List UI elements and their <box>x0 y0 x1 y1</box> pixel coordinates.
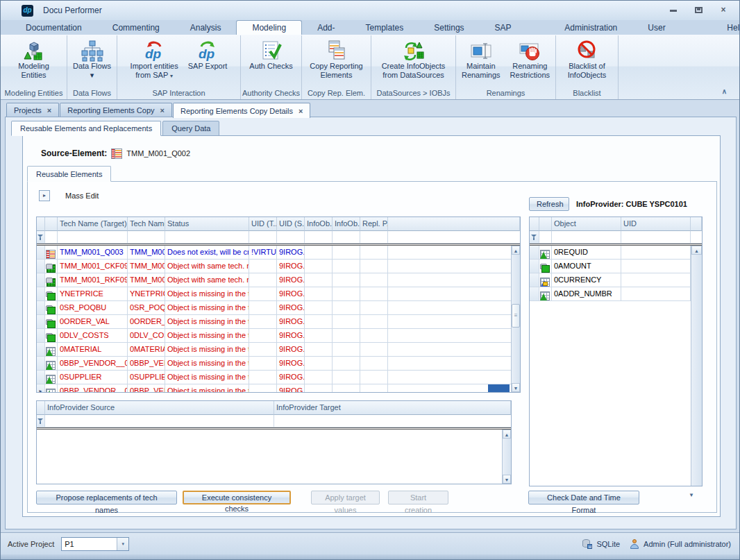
table-row[interactable]: 0SR_POQBU0SR_POQBUObject is missing in t… <box>37 301 520 315</box>
cell-uid-source[interactable]: 9IROG... <box>277 273 305 287</box>
cell-tech-name[interactable]: 0MATERIAL <box>128 343 165 357</box>
menu-tab-help[interactable]: Help <box>712 20 740 35</box>
cell-infoobject[interactable] <box>333 246 360 260</box>
doc-tab-reporting-elements-copy[interactable]: Reporting Elements Copy× <box>60 103 172 117</box>
cell-uid-target[interactable] <box>249 260 277 273</box>
cell-uid-source[interactable]: 9IROG... <box>277 246 305 260</box>
row-indicator[interactable] <box>37 343 45 357</box>
column-header[interactable]: InfoProvider Source <box>45 401 274 415</box>
cell-tech-name[interactable]: 0ORDER_V... <box>128 315 165 329</box>
row-indicator[interactable] <box>37 246 45 260</box>
column-header[interactable]: Status <box>165 217 249 231</box>
tab-close-icon[interactable]: × <box>298 107 303 115</box>
vertical-scrollbar[interactable]: ▲ ▼ <box>502 430 511 484</box>
cell-repl[interactable] <box>360 371 388 384</box>
cell-uid-target[interactable] <box>249 371 277 384</box>
filter-row[interactable] <box>37 415 511 430</box>
table-row[interactable]: 0REQUID <box>530 246 702 260</box>
maintain-renamings-button[interactable]: Maintain Renamings <box>457 38 505 81</box>
column-header[interactable]: UID <box>621 217 691 231</box>
scroll-down-icon[interactable]: ▼ <box>689 492 694 498</box>
cell-tech-name-target[interactable]: TMM_M001_CKF099 <box>58 260 128 273</box>
cell-uid-target[interactable] <box>249 357 277 371</box>
tab-reusable-elements-and-replacements[interactable]: Reusable Elements and Replacements <box>11 121 161 136</box>
column-header[interactable]: Tech Name... <box>128 217 165 231</box>
cell-uid-target[interactable] <box>249 343 277 357</box>
cell-uid-source[interactable]: 9IROG... <box>277 301 305 315</box>
cell-tech-name-target[interactable]: YNETPRICE <box>58 287 128 301</box>
cell-repl[interactable] <box>360 329 388 343</box>
cell-infoobject[interactable] <box>333 273 360 287</box>
table-row[interactable]: 0ORDER_VAL0ORDER_V...Object is missing i… <box>37 315 520 329</box>
tab-close-icon[interactable]: × <box>47 106 51 114</box>
cell-repl[interactable] <box>360 343 388 357</box>
scroll-up-icon[interactable]: ▲ <box>503 430 511 439</box>
menu-tab-analysis[interactable]: Analysis <box>175 20 237 35</box>
cell-infoobject[interactable] <box>305 357 333 371</box>
cell-infoobject[interactable] <box>305 371 333 384</box>
cell-repl[interactable] <box>360 246 388 260</box>
table-row[interactable]: TMM_M001_RKF099TMM_M001...Object with sa… <box>37 273 520 287</box>
menu-tab-administration[interactable]: Administration <box>549 20 632 35</box>
cell-object[interactable]: 0REQUID <box>552 246 621 260</box>
row-indicator[interactable] <box>37 260 45 273</box>
combo-dropdown-icon[interactable]: ▾ <box>117 538 128 550</box>
column-header[interactable]: Object <box>552 217 621 231</box>
cell-object[interactable]: 0ADDR_NUMBR <box>552 287 621 301</box>
modeling-entities-button[interactable]: Modeling Entities <box>14 38 53 81</box>
cell-status[interactable]: Object is missing in the target... <box>165 384 249 392</box>
row-indicator[interactable] <box>37 371 45 384</box>
minimize-button[interactable] <box>666 5 681 16</box>
cell-object[interactable]: 0CURRENCY <box>552 273 621 287</box>
check-date-time-format-button[interactable]: Check Date and Time Format <box>528 491 639 504</box>
menu-tab-documentation[interactable]: Documentation <box>10 20 97 35</box>
row-indicator[interactable] <box>530 287 539 301</box>
cell-tech-name-target[interactable]: 0SUPPLIER <box>58 371 128 384</box>
cell-uid-source[interactable]: 9IROG... <box>277 315 305 329</box>
table-row[interactable]: ▸0BBP_VENDOR__0REGI0BBP_VEN...Object is … <box>37 384 520 392</box>
refresh-button[interactable]: Refresh <box>529 197 569 211</box>
cell-status[interactable]: Object with same tech. name... <box>165 273 249 287</box>
cell-tech-name-target[interactable]: TMM_M001_RKF099 <box>58 273 128 287</box>
table-row[interactable]: 0BBP_VENDOR__0COUN0BBP_VEN...Object is m… <box>37 357 520 371</box>
cell-infoobject[interactable] <box>305 343 333 357</box>
copy-reporting-elements-button[interactable]: Copy Reporting Elements <box>305 38 367 81</box>
cell-infoobject[interactable] <box>305 384 333 392</box>
cell-infoobject[interactable] <box>333 260 360 273</box>
data-flows-button[interactable]: Data Flows ▾ <box>69 38 115 81</box>
menu-tab-sap-integration[interactable]: SAP Integration <box>480 20 550 35</box>
cell-repl[interactable] <box>360 357 388 371</box>
cell-status[interactable]: Object is missing in the target... <box>165 287 249 301</box>
cell-status[interactable]: Object is missing in the target... <box>165 301 249 315</box>
column-header[interactable]: InfoOb... <box>305 217 333 231</box>
cell-tech-name-target[interactable]: 0ORDER_VAL <box>58 315 128 329</box>
active-project-combobox[interactable]: P1 ▾ <box>61 537 129 551</box>
cell-infoobject[interactable] <box>333 315 360 329</box>
ribbon-collapse-icon[interactable]: ∧ <box>722 87 727 95</box>
auth-checks-button[interactable]: Auth Checks <box>245 38 296 72</box>
cell-infoobject[interactable] <box>305 329 333 343</box>
cell-repl[interactable] <box>360 260 388 273</box>
column-header[interactable]: UID (S... <box>277 217 305 231</box>
blacklist-infoobjects-button[interactable]: Blacklist of InfoObjects <box>564 38 611 81</box>
cell-tech-name-target[interactable]: 0MATERIAL <box>58 343 128 357</box>
renaming-restrictions-button[interactable]: Renaming Restrictions <box>506 38 554 81</box>
cell-infoobject[interactable] <box>305 301 333 315</box>
cell-repl[interactable] <box>360 273 388 287</box>
cell-infoobject[interactable] <box>333 384 360 392</box>
column-header[interactable] <box>388 217 520 231</box>
cell-infoobject[interactable] <box>305 246 333 260</box>
scroll-up-icon[interactable]: ▲ <box>691 246 702 255</box>
column-header[interactable] <box>37 401 45 415</box>
column-header[interactable]: InfoProvider Target <box>274 401 511 415</box>
create-infoobjects-button[interactable]: Create InfoObjects from DataSources <box>378 38 450 81</box>
vertical-scrollbar[interactable]: ▲ <box>691 246 702 486</box>
cell-infoobject[interactable] <box>333 329 360 343</box>
cell-infoobject[interactable] <box>305 315 333 329</box>
column-header[interactable] <box>691 217 702 231</box>
cell-tech-name-target[interactable]: 0BBP_VENDOR__0REGI <box>58 384 128 392</box>
execute-consistency-checks-button[interactable]: Execute consistency checks <box>183 491 291 504</box>
cell-repl[interactable] <box>360 384 388 392</box>
cell-uid-target[interactable] <box>249 287 277 301</box>
cell-uid-target[interactable] <box>249 315 277 329</box>
